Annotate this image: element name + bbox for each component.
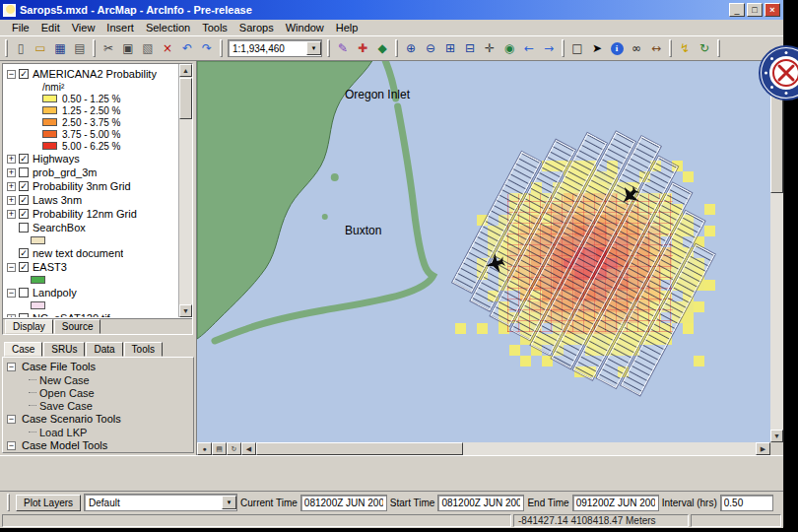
chevron-down-icon[interactable]: ▼ xyxy=(222,496,236,509)
map-vertical-scrollbar[interactable]: ▲ ▼ xyxy=(770,61,783,442)
start-time-input[interactable] xyxy=(437,495,524,511)
layer-probability-12nm-grid[interactable]: Probability 12nm Grid xyxy=(33,208,137,220)
scroll-down-icon[interactable]: ▼ xyxy=(770,430,783,442)
layer-checkbox-prob-grd-3m[interactable] xyxy=(19,167,29,177)
select-elements-icon[interactable]: ➤ xyxy=(587,38,607,58)
layer-checkbox-nc-esat120-tif[interactable] xyxy=(19,313,29,317)
save-icon[interactable]: ▦ xyxy=(50,38,70,58)
editor-pencil-icon[interactable]: ✎ xyxy=(333,38,353,58)
expander-americana2-probability[interactable]: − xyxy=(7,70,16,79)
layer-searchbox[interactable]: SearchBox xyxy=(33,222,86,233)
expander-probability-3nm-grid[interactable]: + xyxy=(7,182,16,191)
open-folder-icon[interactable]: ▭ xyxy=(31,38,50,58)
scroll-right-icon[interactable]: ▶ xyxy=(756,442,770,455)
layer-east3[interactable]: EAST3 xyxy=(33,261,67,273)
layer-select-combo[interactable]: Default ▼ xyxy=(84,494,237,511)
close-button[interactable]: × xyxy=(765,3,780,17)
tree-section-case-scenario-tools[interactable]: −Case Scenario Tools xyxy=(7,412,193,426)
menu-help[interactable]: Help xyxy=(330,21,365,34)
case-panel-tab-data[interactable]: Data xyxy=(86,342,122,357)
find-icon[interactable]: ∞ xyxy=(627,38,646,58)
end-time-input[interactable] xyxy=(572,495,659,511)
tree-item-open-case[interactable]: Open Case xyxy=(7,386,193,399)
toolbar-grip[interactable] xyxy=(93,39,96,57)
expander-case-model-tools[interactable]: − xyxy=(7,441,16,450)
menu-window[interactable]: Window xyxy=(280,21,330,34)
tree-section-case-model-tools[interactable]: −Case Model Tools xyxy=(7,438,193,452)
fixed-zoom-in-icon[interactable]: ⊞ xyxy=(440,38,460,58)
fixed-zoom-out-icon[interactable]: ⊟ xyxy=(460,38,480,58)
toolbar-grip[interactable] xyxy=(717,39,720,57)
layer-checkbox-landpoly[interactable] xyxy=(19,288,29,298)
tree-item-run-model[interactable]: Run Model xyxy=(7,452,193,453)
undo-icon[interactable]: ↶ xyxy=(177,38,197,58)
refresh-view-button[interactable]: ↻ xyxy=(227,442,241,455)
chevron-down-icon[interactable]: ▼ xyxy=(306,41,321,55)
layout-view-button[interactable]: ▤ xyxy=(212,442,227,455)
layer-checkbox-east3[interactable]: ✓ xyxy=(19,262,29,272)
title-bar[interactable]: Sarops5.mxd - ArcMap - ArcInfo - Pre-rel… xyxy=(0,0,783,20)
expander-highways[interactable]: + xyxy=(7,155,16,164)
hscroll-thumb[interactable] xyxy=(256,442,463,455)
layer-checkbox-americana2-probability[interactable]: ✓ xyxy=(19,69,29,79)
layer-americana2-probability[interactable]: AMERICANA2 Probability xyxy=(33,68,157,80)
tree-item-new-case[interactable]: New Case xyxy=(7,373,193,386)
tree-item-load-lkp[interactable]: Load LKP xyxy=(7,426,193,438)
layer-laws-3nm[interactable]: Laws 3nm xyxy=(33,194,82,206)
menu-edit[interactable]: Edit xyxy=(35,21,66,34)
redo-icon[interactable]: ↷ xyxy=(197,38,217,58)
measure-icon[interactable]: ↔ xyxy=(646,38,666,58)
toolbar-grip[interactable] xyxy=(562,39,565,57)
hyperlink-icon[interactable]: ↯ xyxy=(675,38,695,58)
delete-icon[interactable]: × xyxy=(158,38,177,58)
previous-extent-icon[interactable]: ← xyxy=(519,38,539,58)
zoom-in-icon[interactable]: ⊕ xyxy=(401,38,421,58)
tree-item-save-case[interactable]: Save Case xyxy=(7,399,193,412)
toolbar-grip[interactable] xyxy=(669,39,672,57)
menu-file[interactable]: File xyxy=(6,21,35,34)
current-time-input[interactable] xyxy=(300,495,387,511)
case-panel-tab-srus[interactable]: SRUs xyxy=(43,342,85,357)
map-canvas[interactable]: Oregon InletBuxton xyxy=(197,61,770,442)
next-extent-icon[interactable]: → xyxy=(539,38,559,58)
toc-scroll-up-icon[interactable]: ▲ xyxy=(179,64,192,77)
layer-new-text-document[interactable]: new text document xyxy=(33,247,123,259)
map-horizontal-scrollbar[interactable]: ● ▤ ↻ ◀ ▶ xyxy=(197,442,770,455)
expander-case-file-tools[interactable]: − xyxy=(7,363,16,371)
draw-shapes-icon[interactable]: ◆ xyxy=(372,38,392,58)
menu-selection[interactable]: Selection xyxy=(140,21,196,34)
expander-nc-esat120-tif[interactable]: + xyxy=(7,314,16,318)
new-document-icon[interactable]: ▯ xyxy=(11,38,31,58)
expander-prob-grd-3m[interactable]: + xyxy=(7,168,16,177)
toc-tab-source[interactable]: Source xyxy=(54,319,101,334)
scroll-left-icon[interactable]: ◀ xyxy=(241,442,256,455)
menu-tools[interactable]: Tools xyxy=(196,21,233,34)
layer-checkbox-searchbox[interactable] xyxy=(19,223,29,233)
pan-icon[interactable]: ✛ xyxy=(480,38,499,58)
layer-checkbox-new-text-document[interactable]: ✓ xyxy=(19,248,29,258)
maximize-button[interactable]: □ xyxy=(747,3,763,17)
layer-checkbox-highways[interactable]: ✓ xyxy=(19,154,29,164)
toc-scrollbar[interactable]: ▲ ▼ xyxy=(178,64,192,317)
expander-case-scenario-tools[interactable]: − xyxy=(7,415,16,424)
copy-icon[interactable]: ▣ xyxy=(118,38,138,58)
expander-probability-12nm-grid[interactable]: + xyxy=(7,210,16,219)
expander-laws-3nm[interactable]: + xyxy=(7,196,16,205)
map-scale-combo[interactable]: 1:1,934,460▼ xyxy=(228,39,322,57)
tree-section-case-file-tools[interactable]: −Case File Tools xyxy=(7,360,193,373)
full-extent-icon[interactable]: ◉ xyxy=(499,38,519,58)
menu-insert[interactable]: Insert xyxy=(100,21,140,34)
toolbox-icon[interactable]: ✚ xyxy=(353,38,372,58)
refresh-icon[interactable]: ↻ xyxy=(695,38,714,58)
menu-view[interactable]: View xyxy=(66,21,101,34)
toolbar-grip[interactable] xyxy=(395,39,398,57)
layer-checkbox-probability-3nm-grid[interactable]: ✓ xyxy=(19,181,29,191)
identify-icon[interactable]: i xyxy=(607,38,627,58)
toolbar-grip[interactable] xyxy=(5,39,8,57)
layer-landpoly[interactable]: Landpoly xyxy=(33,287,77,299)
toc-tab-display[interactable]: Display xyxy=(5,319,53,334)
case-panel-tab-tools[interactable]: Tools xyxy=(124,342,163,357)
layer-checkbox-probability-12nm-grid[interactable]: ✓ xyxy=(19,209,29,219)
cut-icon[interactable]: ✂ xyxy=(99,38,118,58)
expander-landpoly[interactable]: − xyxy=(7,289,16,298)
